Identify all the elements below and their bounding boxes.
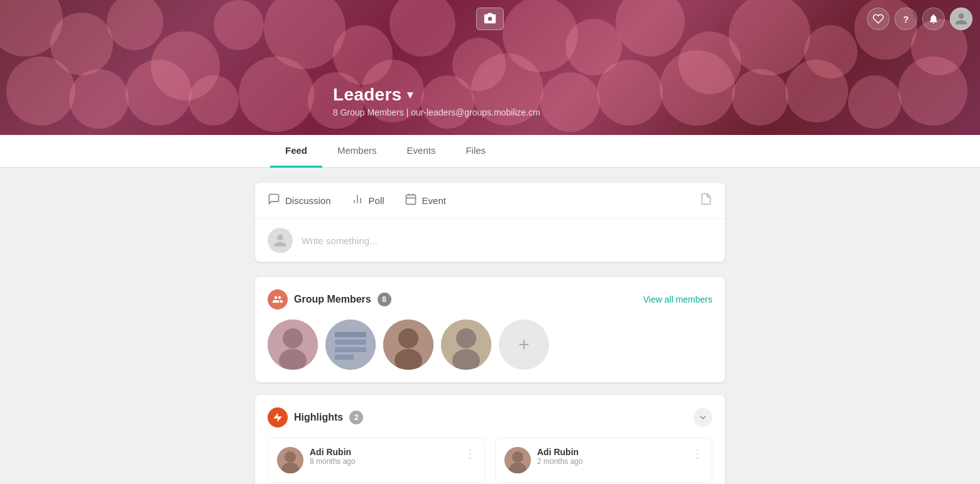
tab-members[interactable]: Members [322, 135, 392, 168]
nav-tabs: Feed Members Events Files [0, 135, 980, 168]
group-name[interactable]: Leaders ▾ [333, 85, 647, 105]
group-members-count: 8 [378, 293, 391, 306]
group-meta: 8 Group Members | our-leaders@groups.mob… [333, 107, 647, 117]
svg-rect-11 [335, 332, 366, 337]
view-all-members-link[interactable]: View all members [643, 294, 712, 304]
poll-label: Poll [369, 195, 384, 206]
event-label: Event [422, 195, 446, 206]
svg-rect-3 [406, 195, 415, 204]
event-icon [405, 193, 417, 208]
members-section-icon [268, 289, 288, 309]
current-user-avatar [268, 228, 293, 253]
highlight-name-2: Adi Rubin [537, 447, 685, 457]
chevron-down-icon [698, 412, 708, 422]
highlight-user-1: Adi Rubin 8 months ago ⋮ [277, 447, 476, 473]
group-members-title: Group Members 8 [268, 289, 391, 309]
bolt-icon [272, 412, 283, 423]
svg-point-26 [512, 451, 523, 463]
highlight-avatar-img-2 [504, 447, 531, 473]
svg-point-8 [283, 328, 303, 348]
plus-icon: + [518, 335, 530, 354]
highlight-name-1: Adi Rubin [310, 447, 458, 457]
highlight-menu-1[interactable]: ⋮ [464, 447, 476, 461]
svg-marker-21 [273, 413, 282, 422]
group-title-area: Leaders ▾ 8 Group Members | our-leaders@… [333, 85, 647, 117]
highlight-avatar-2[interactable] [504, 447, 531, 473]
highlight-avatar-1[interactable] [277, 447, 303, 473]
member-avatar-4[interactable] [441, 320, 491, 370]
discussion-label: Discussion [285, 195, 331, 206]
composer-placeholder[interactable]: Write something... [302, 235, 378, 246]
heart-icon [873, 13, 884, 24]
highlight-info-2: Adi Rubin 2 months ago [537, 447, 685, 466]
highlight-user-2: Adi Rubin 2 months ago ⋮ [504, 447, 703, 473]
svg-point-19 [456, 328, 476, 348]
post-composer: Discussion Poll Event [255, 183, 725, 262]
group-icon [272, 294, 283, 305]
highlight-info-1: Adi Rubin 8 months ago [310, 447, 458, 466]
svg-rect-12 [335, 340, 366, 345]
highlight-time-2: 2 months ago [537, 457, 685, 466]
svg-rect-14 [335, 355, 354, 360]
highlight-time-1: 8 months ago [310, 457, 458, 466]
discussion-tab[interactable]: Discussion [268, 193, 331, 208]
help-button[interactable]: ? [895, 8, 917, 30]
tab-files[interactable]: Files [450, 135, 501, 168]
user-placeholder-icon [273, 233, 288, 248]
user-menu-button[interactable] [950, 8, 972, 30]
bell-icon [928, 13, 939, 24]
tab-feed[interactable]: Feed [270, 135, 322, 168]
poll-tab[interactable]: Poll [351, 193, 384, 208]
event-tab[interactable]: Event [405, 193, 446, 208]
member-avatar-img-1 [268, 320, 318, 370]
banner: ? Leaders ▾ 8 Group Members | our-leader… [0, 0, 980, 135]
highlights-title: Highlights 2 [268, 407, 363, 428]
member-avatar-img-3 [383, 320, 433, 370]
tab-events[interactable]: Events [392, 135, 451, 168]
highlights-section: Highlights 2 [255, 395, 725, 484]
main-content: Discussion Poll Event [245, 168, 735, 484]
highlight-card-2: Adi Rubin 2 months ago ⋮ [495, 438, 712, 483]
top-nav: ? [867, 8, 972, 30]
highlight-menu-2[interactable]: ⋮ [692, 447, 703, 461]
highlights-grid: Adi Rubin 8 months ago ⋮ [268, 438, 712, 483]
group-members-section: Group Members 8 View all members [255, 277, 725, 382]
highlights-title-text: Highlights [294, 412, 343, 423]
svg-point-23 [285, 451, 296, 463]
poll-icon [351, 193, 364, 208]
camera-upload-button[interactable] [476, 8, 504, 30]
composer-input-area: Write something... [255, 219, 725, 262]
group-name-text: Leaders [333, 85, 402, 105]
member-avatar-2[interactable] [325, 320, 376, 370]
group-name-chevron: ▾ [407, 88, 413, 102]
members-avatars-list: + [268, 320, 712, 370]
svg-point-16 [398, 328, 418, 348]
member-avatar-img-4 [441, 320, 491, 370]
svg-rect-13 [335, 347, 366, 352]
file-icon [700, 193, 712, 205]
highlights-section-icon [268, 407, 288, 428]
member-avatar-img-2 [325, 320, 376, 370]
add-member-button[interactable]: + [499, 320, 549, 370]
discussion-icon [268, 193, 280, 208]
highlights-collapse-button[interactable] [694, 408, 712, 427]
member-avatar-1[interactable] [268, 320, 318, 370]
highlights-header: Highlights 2 [268, 407, 712, 428]
heart-button[interactable] [867, 8, 890, 30]
file-attach-button[interactable] [700, 193, 712, 208]
member-avatar-3[interactable] [383, 320, 433, 370]
camera-icon [483, 12, 497, 26]
question-icon: ? [903, 14, 908, 24]
notifications-button[interactable] [922, 8, 945, 30]
highlight-card-1: Adi Rubin 8 months ago ⋮ [268, 438, 485, 483]
group-members-title-text: Group Members [294, 294, 371, 305]
composer-tabs: Discussion Poll Event [255, 183, 725, 219]
highlights-count: 2 [349, 411, 363, 424]
user-avatar-icon [954, 12, 968, 26]
group-members-header: Group Members 8 View all members [268, 289, 712, 309]
highlight-avatar-img-1 [277, 447, 303, 473]
